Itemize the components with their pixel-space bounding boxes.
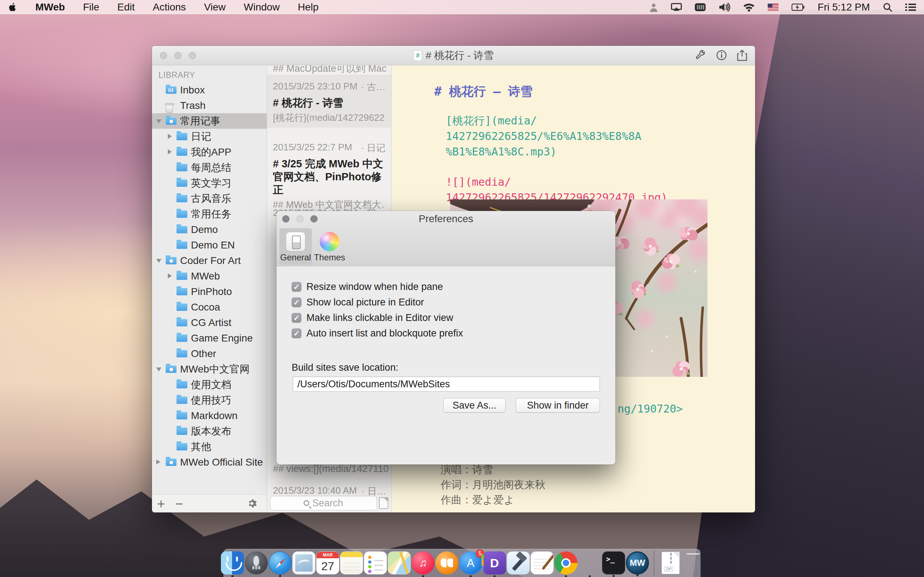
dock-icon-mail[interactable]: [292, 551, 315, 574]
apple-logo-icon[interactable]: [8, 2, 17, 13]
sidebar-item-常用任务[interactable]: 常用任务: [152, 206, 267, 222]
gear-icon[interactable]: [247, 498, 257, 509]
info-icon[interactable]: [716, 50, 727, 61]
note-preview-partial[interactable]: ## views:[](media/1427110…: [273, 463, 388, 475]
sidebar-item-mweb中文官网[interactable]: MWeb中文官网: [152, 361, 267, 377]
dock-icon-chrome[interactable]: [554, 551, 577, 574]
close-button[interactable]: [282, 215, 289, 222]
sidebar-item-mweb-official-site[interactable]: MWeb Official Site: [152, 455, 267, 470]
dock-icon-activity-monitor[interactable]: [578, 551, 601, 574]
sidebar-item-demo-en[interactable]: Demo EN: [152, 237, 267, 253]
zoom-button[interactable]: [310, 215, 318, 222]
checkbox-row[interactable]: ✓Make links clickable in Editor view: [292, 312, 453, 324]
sidebar-item-cocoa[interactable]: Cocoa: [152, 299, 267, 315]
chevron-down-icon[interactable]: [156, 259, 162, 263]
dock-icon-launchpad[interactable]: [245, 551, 268, 574]
us-flag-icon[interactable]: [768, 3, 779, 11]
minimize-button[interactable]: [296, 215, 304, 222]
show-in-finder-button[interactable]: Show in finder: [516, 398, 600, 413]
sidebar-item-coder-for-art[interactable]: Coder For Art: [152, 253, 267, 268]
preferences-titlebar[interactable]: Preferences: [276, 211, 615, 227]
keyboard-icon[interactable]: [695, 3, 706, 11]
menu-app-name[interactable]: MWeb: [36, 2, 65, 13]
dock-icon-mweb[interactable]: MW: [626, 551, 649, 574]
note-list-item[interactable]: 2015/3/25 22:7 PM· 日记# 3/25 完成 MWeb 中文官网…: [267, 136, 391, 200]
battery-charging-icon[interactable]: [792, 3, 804, 11]
sidebar-item-mweb[interactable]: MWeb: [152, 268, 267, 284]
search-input[interactable]: Search: [270, 496, 377, 510]
menu-item-help[interactable]: Help: [298, 2, 319, 13]
note-clipped-preview[interactable]: ## MacUpdate可以到 Mac…: [273, 65, 388, 75]
share-icon[interactable]: [737, 50, 747, 61]
menu-item-file[interactable]: File: [83, 2, 99, 13]
sidebar-item-使用文档[interactable]: 使用文档: [152, 377, 267, 392]
sidebar-item-每周总结[interactable]: 每周总结: [152, 160, 267, 175]
checkbox-checked[interactable]: ✓: [292, 313, 301, 323]
add-folder-button[interactable]: +: [157, 497, 165, 511]
menu-item-view[interactable]: View: [204, 2, 226, 13]
zoom-button[interactable]: [189, 52, 196, 59]
checkbox-checked[interactable]: ✓: [292, 282, 301, 292]
dock-icon-appstore[interactable]: A5: [459, 551, 482, 574]
note-list-item[interactable]: 2015/3/25 23:10 PM· 古…# 桃花行 - 诗雪[桃花行](me…: [267, 75, 391, 128]
dock-icon-reminders[interactable]: [364, 551, 387, 574]
chevron-right-icon[interactable]: [168, 134, 172, 139]
checkbox-row[interactable]: ✓Show local picture in Editor: [292, 297, 424, 308]
sidebar-item-cg-artist[interactable]: CG Artist: [152, 315, 267, 330]
dock-icon-textedit[interactable]: [531, 551, 554, 574]
sidebar-item-日记[interactable]: 日记: [152, 129, 267, 144]
dock-icon-terminal[interactable]: >_: [602, 551, 625, 574]
dock-icon-dash[interactable]: D: [483, 551, 506, 574]
checkbox-checked[interactable]: ✓: [292, 329, 301, 338]
dock-icon-finder[interactable]: [221, 551, 244, 574]
sidebar-item-demo[interactable]: Demo: [152, 222, 267, 237]
tab-themes[interactable]: Themes: [313, 228, 346, 265]
tab-general[interactable]: General: [279, 228, 312, 265]
chevron-right-icon[interactable]: [168, 273, 172, 279]
save-as-button[interactable]: Save As...: [443, 398, 506, 413]
user-silhouette-icon[interactable]: [649, 3, 658, 12]
wifi-icon[interactable]: [743, 3, 755, 11]
menu-item-edit[interactable]: Edit: [117, 2, 135, 13]
checkbox-checked[interactable]: ✓: [292, 298, 301, 307]
window-titlebar[interactable]: # # 桃花行 - 诗雪: [152, 46, 755, 65]
new-document-icon[interactable]: [379, 497, 388, 509]
dock-icon-xcode[interactable]: [507, 551, 530, 574]
dock-icon-zip[interactable]: ZIP: [662, 552, 680, 574]
sidebar-item-inbox[interactable]: Inbox: [152, 82, 267, 98]
checkbox-row[interactable]: ✓Auto insert list and blockquote prefix: [292, 328, 463, 339]
sidebar-item-pinphoto[interactable]: PinPhoto: [152, 284, 267, 299]
checkbox-row[interactable]: ✓Resize window when hide pane: [292, 281, 443, 292]
sidebar-item-markdown[interactable]: Markdown: [152, 408, 267, 423]
chevron-down-icon[interactable]: [156, 367, 162, 371]
sidebar-item-使用技巧[interactable]: 使用技巧: [152, 392, 267, 408]
dock-icon-safari[interactable]: [268, 551, 292, 574]
dock-icon-notes[interactable]: [340, 551, 363, 574]
menu-item-window[interactable]: Window: [244, 2, 280, 13]
chevron-right-icon[interactable]: [168, 149, 172, 154]
sidebar-item-版本发布[interactable]: 版本发布: [152, 423, 267, 439]
sidebar-item-英文学习[interactable]: 英文学习: [152, 175, 267, 191]
dock-icon-trash[interactable]: [685, 552, 701, 574]
dock-icon-maps[interactable]: [388, 551, 411, 574]
sidebar-item-other[interactable]: Other: [152, 346, 267, 361]
minimize-button[interactable]: [174, 52, 181, 59]
dock-icon-itunes[interactable]: ♫: [412, 551, 435, 574]
notification-center-icon[interactable]: [905, 3, 916, 11]
sidebar-item-game-engine[interactable]: Game Engine: [152, 330, 267, 346]
sidebar-item-trash[interactable]: Trash: [152, 98, 267, 113]
close-button[interactable]: [160, 52, 167, 59]
sidebar-item-我的app[interactable]: 我的APP: [152, 144, 267, 160]
airplay-icon[interactable]: [671, 3, 682, 11]
spotlight-search-icon[interactable]: [883, 3, 892, 12]
menu-clock[interactable]: Fri 5:12 PM: [817, 2, 870, 13]
sidebar-item-其他[interactable]: 其他: [152, 439, 267, 455]
dock-icon-ibooks[interactable]: [435, 551, 459, 574]
menu-item-actions[interactable]: Actions: [153, 2, 186, 13]
sidebar-item-古风音乐[interactable]: 古风音乐: [152, 191, 267, 206]
chevron-right-icon[interactable]: [156, 459, 160, 464]
dock-icon-calendar[interactable]: MAR27: [316, 551, 339, 574]
wrench-icon[interactable]: [695, 50, 706, 61]
build-location-field[interactable]: [293, 377, 600, 392]
volume-icon[interactable]: [719, 3, 730, 12]
